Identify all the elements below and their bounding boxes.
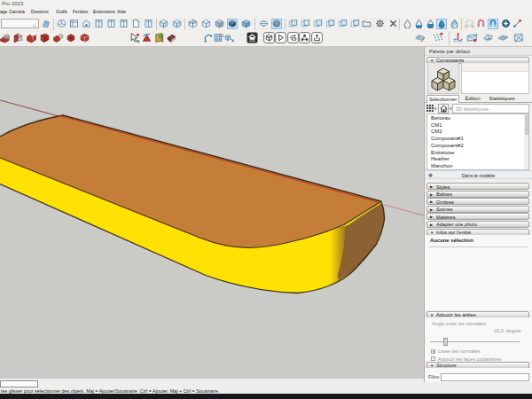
viewport-3d[interactable]: [0, 47, 424, 379]
view-extra-icon[interactable]: [143, 19, 153, 29]
copy-tool-5-icon[interactable]: [337, 19, 348, 29]
menu-aide[interactable]: Aide: [117, 10, 126, 14]
wh-swap-icon[interactable]: [286, 31, 299, 43]
grid-caret-icon[interactable]: ▾: [434, 106, 436, 111]
list-item[interactable]: Manchon: [431, 163, 452, 168]
list-scrollbar[interactable]: [524, 114, 528, 169]
copy-tool-2-icon[interactable]: [300, 19, 310, 29]
paint-tool-icon[interactable]: [153, 31, 165, 43]
list-item[interactable]: CM1: [431, 122, 442, 128]
copy-tool-1-icon[interactable]: [287, 19, 298, 29]
section-header-ombres[interactable]: ▶Ombres: [426, 198, 529, 205]
wh-network-icon[interactable]: [298, 31, 310, 43]
toolbar-combobox[interactable]: ⌄: [1, 19, 39, 28]
component-name-box[interactable]: [461, 62, 529, 94]
smooth-normals-checkbox[interactable]: [431, 349, 435, 354]
geolocation-icon[interactable]: [40, 19, 51, 29]
warehouse-search-input[interactable]: 3D Warehouse: [452, 104, 529, 113]
magnet-on-icon[interactable]: [488, 19, 498, 29]
list-item[interactable]: Heather: [431, 156, 450, 161]
section-header-adapter-une-photo[interactable]: ▶Adapter une photo: [426, 221, 529, 228]
solid-union-icon[interactable]: [25, 31, 37, 43]
drop-empty-icon[interactable]: [402, 19, 412, 29]
lasso-icon[interactable]: [464, 19, 474, 29]
style-monochrome-icon[interactable]: [240, 19, 251, 29]
components-list[interactable]: Marche 1ManchonHeatherEntretoiseComposan…: [426, 113, 529, 170]
component-name-field[interactable]: [462, 63, 528, 72]
section-header-mati-res[interactable]: ▶Matières: [426, 213, 529, 220]
drop-hatched-icon[interactable]: [449, 19, 459, 29]
view-top-icon[interactable]: [68, 19, 79, 29]
style-backedges-icon[interactable]: [171, 19, 182, 29]
menu-extensions[interactable]: Extensions: [93, 10, 115, 14]
shadow-toggle-icon[interactable]: [271, 19, 282, 29]
eraser-tool-icon[interactable]: [165, 31, 177, 43]
tab-statistiques[interactable]: Statistiques: [486, 95, 518, 103]
add-point-icon[interactable]: [500, 19, 511, 29]
list-item[interactable]: CM2: [431, 129, 442, 134]
solid-extra-icon[interactable]: [78, 31, 90, 43]
solid-outer-shell-icon[interactable]: [0, 31, 11, 43]
measurements-box[interactable]: [0, 380, 38, 387]
section-header-styles[interactable]: ▶Styles: [426, 183, 529, 190]
home-button[interactable]: [438, 104, 449, 113]
sandbox-from-contours-icon[interactable]: [413, 31, 426, 43]
wh-model-icon[interactable]: [262, 31, 275, 43]
solid-trim-icon[interactable]: [51, 31, 64, 43]
wh-play-icon[interactable]: [274, 31, 286, 43]
menu-dessiner[interactable]: Dessiner: [31, 10, 49, 14]
warehouse-3d-icon[interactable]: [246, 31, 258, 43]
view-page-icon[interactable]: [130, 19, 141, 29]
solid-intersect-icon[interactable]: [12, 31, 24, 43]
style-hiddenline-icon[interactable]: [200, 19, 211, 29]
filter-input[interactable]: [441, 373, 529, 381]
view-iso-icon[interactable]: [56, 19, 66, 29]
sandbox-stamp-icon[interactable]: [466, 31, 478, 43]
list-item[interactable]: Composant#2: [431, 143, 464, 148]
sandbox-flip-edge-icon[interactable]: [512, 31, 524, 43]
drop-low-icon[interactable]: [413, 19, 424, 29]
view-right-icon[interactable]: [93, 19, 104, 29]
menu-age[interactable]: age: [0, 10, 7, 14]
view-left-icon[interactable]: [106, 19, 116, 29]
solid-split-icon[interactable]: [65, 31, 77, 43]
sandbox-smoove-icon[interactable]: [451, 31, 464, 43]
style-xray-icon[interactable]: [158, 19, 168, 29]
in-model-bar[interactable]: ✥ Dans le modèle: [425, 170, 532, 179]
node-line-icon[interactable]: [512, 19, 522, 29]
sandbox-drape-icon[interactable]: [481, 31, 494, 43]
section-header-balises[interactable]: ▶Balises: [426, 191, 529, 198]
close-x-icon[interactable]: [387, 19, 398, 29]
tab-selectionner[interactable]: Sélectionner: [426, 95, 459, 103]
style-shaded-icon[interactable]: [214, 19, 224, 29]
style-shaded-textures-icon[interactable]: [227, 19, 238, 29]
list-item[interactable]: Entretoise: [431, 150, 455, 155]
view-back-icon[interactable]: [118, 19, 129, 29]
sandbox-from-scratch-icon[interactable]: [431, 31, 443, 43]
drop-half-icon[interactable]: [425, 19, 435, 29]
magnet-off-icon[interactable]: [475, 19, 486, 29]
list-item[interactable]: Composant#1: [431, 136, 464, 141]
coplanar-checkbox[interactable]: [431, 356, 435, 361]
shadow-orbit-icon[interactable]: [258, 19, 269, 29]
menu-outils[interactable]: Outils: [56, 10, 67, 14]
solid-subtract-icon[interactable]: [38, 31, 51, 43]
drop-full-icon[interactable]: [436, 19, 447, 29]
list-item[interactable]: Berceau: [431, 115, 450, 121]
sandbox-detail-icon[interactable]: [497, 31, 509, 43]
tab-edition[interactable]: Édition: [461, 95, 484, 103]
section-header-sc-nes[interactable]: ▶Scènes: [426, 206, 529, 213]
angle-slider-handle[interactable]: [443, 338, 448, 346]
menu-camra[interactable]: Caméra: [9, 10, 25, 14]
select-tool-icon[interactable]: [128, 31, 140, 43]
menu-fentre[interactable]: Fenêtre: [73, 10, 88, 14]
folder-icon[interactable]: [361, 19, 372, 29]
view-front-icon[interactable]: [81, 19, 91, 29]
wh-share-icon[interactable]: [310, 31, 323, 43]
copy-tool-6-icon[interactable]: [349, 19, 360, 29]
style-wireframe-icon[interactable]: [187, 19, 198, 29]
component-thumbnail[interactable]: [427, 62, 459, 94]
copy-tool-4-icon[interactable]: [325, 19, 335, 29]
settings-gear-icon[interactable]: [374, 19, 385, 29]
component-swap-icon[interactable]: [223, 31, 235, 43]
